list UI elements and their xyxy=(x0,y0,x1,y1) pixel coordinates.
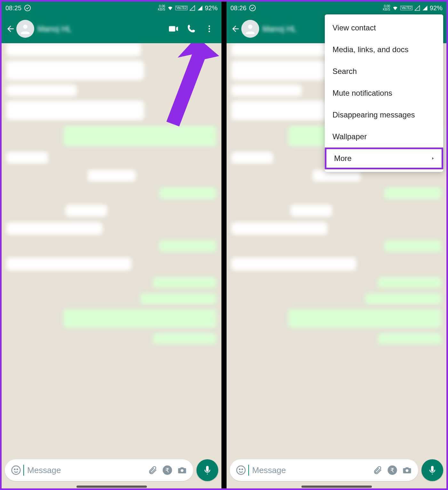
video-call-button[interactable] xyxy=(164,20,182,38)
status-bar: 08:26 0.00KB/S VoLTE2 92% xyxy=(227,2,446,14)
divider xyxy=(221,2,227,488)
svg-point-6 xyxy=(12,466,20,475)
attach-icon[interactable] xyxy=(370,463,385,478)
svg-marker-5 xyxy=(166,43,219,126)
avatar[interactable] xyxy=(16,20,34,38)
message-out[interactable] xyxy=(153,277,217,288)
message-out[interactable] xyxy=(384,240,442,252)
camera-icon[interactable] xyxy=(400,463,414,478)
message-out[interactable] xyxy=(63,309,217,328)
message-out[interactable] xyxy=(365,293,442,304)
mic-button[interactable] xyxy=(421,459,443,481)
message-out[interactable] xyxy=(378,333,442,344)
message-out[interactable] xyxy=(384,187,442,199)
message-in[interactable] xyxy=(231,258,356,270)
svg-point-0 xyxy=(25,5,30,11)
wifi-icon xyxy=(392,5,398,11)
message-in[interactable] xyxy=(231,222,327,235)
date-chip xyxy=(88,170,136,181)
status-time: 08:25 xyxy=(5,4,21,12)
back-button[interactable] xyxy=(230,23,241,35)
svg-point-19 xyxy=(406,469,409,472)
chevron-right-icon xyxy=(431,156,435,161)
svg-point-14 xyxy=(237,466,245,475)
camera-icon[interactable] xyxy=(175,463,189,478)
signal-2-icon xyxy=(197,5,203,11)
message-in[interactable] xyxy=(6,43,141,56)
payment-icon[interactable]: ₹ xyxy=(160,463,175,478)
menu-view-contact[interactable]: View contact xyxy=(325,17,443,39)
message-in[interactable] xyxy=(6,152,48,164)
screenshot-pair: 08:25 0.06KB/S VoLTE2 92% Manoj HL xyxy=(0,0,448,490)
contact-name[interactable]: Manoj HL xyxy=(37,24,72,34)
svg-point-4 xyxy=(209,31,210,32)
avatar[interactable] xyxy=(241,20,259,38)
message-in[interactable] xyxy=(231,61,327,80)
nav-pill[interactable] xyxy=(76,486,147,488)
message-in[interactable] xyxy=(231,85,302,96)
svg-point-2 xyxy=(209,26,210,27)
message-in[interactable] xyxy=(6,85,77,96)
lte-icon: VoLTE2 xyxy=(175,6,188,10)
menu-more[interactable]: More xyxy=(325,148,443,169)
message-in[interactable] xyxy=(6,101,144,120)
svg-point-15 xyxy=(239,469,240,470)
message-in[interactable] xyxy=(66,205,107,216)
chat-body[interactable]: Message ₹ xyxy=(2,43,221,488)
message-out[interactable] xyxy=(159,187,217,199)
message-input[interactable]: Message ₹ xyxy=(5,459,193,481)
status-app-icon xyxy=(249,4,256,12)
contact-name[interactable]: Manoj HL xyxy=(262,24,297,34)
attach-icon[interactable] xyxy=(145,463,160,478)
wifi-icon xyxy=(167,5,173,11)
message-in[interactable] xyxy=(231,152,273,164)
message-out[interactable] xyxy=(288,309,442,328)
svg-point-12 xyxy=(250,5,255,11)
more-options-button[interactable] xyxy=(200,20,218,38)
svg-point-16 xyxy=(242,469,243,470)
input-bar: Message ₹ xyxy=(230,459,443,481)
mic-button[interactable] xyxy=(196,459,218,481)
signal-1-icon xyxy=(414,5,420,11)
svg-point-7 xyxy=(14,469,15,470)
svg-point-1 xyxy=(23,25,27,29)
message-in[interactable] xyxy=(291,205,332,216)
message-placeholder: Message xyxy=(27,465,145,475)
lte-icon: VoLTE2 xyxy=(400,6,412,10)
battery-pct: 92% xyxy=(205,4,218,12)
signal-2-icon xyxy=(422,5,428,11)
message-in[interactable] xyxy=(6,61,144,80)
message-in[interactable] xyxy=(6,222,102,235)
menu-disappearing-messages[interactable]: Disappearing messages xyxy=(325,104,443,126)
emoji-icon[interactable] xyxy=(234,463,248,478)
message-out[interactable] xyxy=(159,240,217,252)
message-in[interactable] xyxy=(231,101,327,120)
message-out[interactable] xyxy=(153,333,217,344)
message-in[interactable] xyxy=(6,258,131,270)
back-button[interactable] xyxy=(5,23,16,35)
message-out[interactable] xyxy=(378,277,442,288)
message-input[interactable]: Message ₹ xyxy=(230,459,418,481)
message-out[interactable] xyxy=(63,126,217,147)
battery-pct: 92% xyxy=(430,4,443,12)
chat-toolbar: Manoj HL xyxy=(2,14,221,43)
menu-mute-notifications[interactable]: Mute notifications xyxy=(325,82,443,104)
svg-point-13 xyxy=(248,25,252,29)
svg-point-11 xyxy=(181,469,184,472)
payment-icon[interactable]: ₹ xyxy=(385,463,400,478)
svg-text:₹: ₹ xyxy=(165,467,169,474)
emoji-icon[interactable] xyxy=(9,463,23,478)
phone-left: 08:25 0.06KB/S VoLTE2 92% Manoj HL xyxy=(2,2,221,488)
voice-call-button[interactable] xyxy=(182,20,200,38)
menu-wallpaper[interactable]: Wallpaper xyxy=(325,126,443,148)
menu-search[interactable]: Search xyxy=(325,60,443,82)
message-out[interactable] xyxy=(140,293,217,304)
svg-point-3 xyxy=(209,28,210,30)
menu-media-links-docs[interactable]: Media, links, and docs xyxy=(325,39,443,60)
svg-point-8 xyxy=(17,469,18,470)
status-time: 08:26 xyxy=(230,4,246,12)
svg-text:₹: ₹ xyxy=(390,467,394,474)
signal-1-icon xyxy=(189,5,195,11)
nav-pill[interactable] xyxy=(301,486,372,488)
status-bar: 08:25 0.06KB/S VoLTE2 92% xyxy=(2,2,221,14)
